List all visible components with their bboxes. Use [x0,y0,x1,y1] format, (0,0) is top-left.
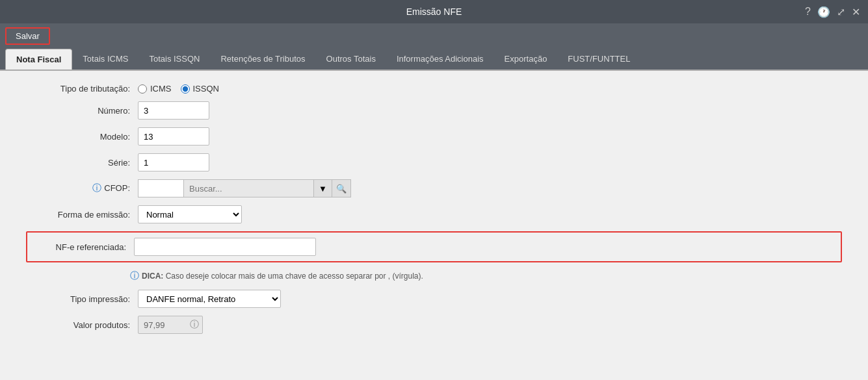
tab-totais-icms[interactable]: Totais ICMS [72,49,138,70]
numero-label: Número: [26,106,130,116]
tipo-impressao-row: Tipo impressão: DANFE normal, Retrato DA… [26,290,842,308]
maximize-icon[interactable]: ⤢ [837,6,845,18]
toolbar: Salvar [0,23,868,49]
tipo-tributacao-label: Tipo de tributação: [26,84,130,94]
radio-icms-label[interactable]: ICMS [138,84,172,94]
cfop-label-text: CFOP: [104,183,130,193]
radio-issqn-label[interactable]: ISSQN [181,84,219,94]
tab-nota-fiscal[interactable]: Nota Fiscal [5,49,72,70]
nfe-referenciada-input[interactable] [134,238,316,256]
close-icon[interactable]: ✕ [852,6,860,18]
help-icon[interactable]: ? [805,6,811,18]
tipo-impressao-select[interactable]: DANFE normal, Retrato DANFE normal, Pais… [138,290,281,308]
tab-totais-issqn[interactable]: Totais ISSQN [138,49,210,70]
main-window: Emissão NFE ? 🕐 ⤢ ✕ Salvar Nota Fiscal T… [0,0,868,380]
cfop-search-input[interactable] [183,179,313,197]
modelo-label: Modelo: [26,132,130,142]
numero-input[interactable] [138,101,209,120]
titlebar: Emissão NFE ? 🕐 ⤢ ✕ [0,0,868,23]
nfe-referenciada-label: NF-e referenciada: [35,242,126,252]
tab-exportacao[interactable]: Exportação [494,49,558,70]
tab-outros-totais[interactable]: Outros Totais [316,49,386,70]
radio-icms-text: ICMS [150,84,172,94]
radio-icms[interactable] [138,84,147,94]
modelo-row: Modelo: [26,127,842,146]
chevron-down-icon: ▼ [319,184,327,194]
forma-emissao-label: Forma de emissão: [26,210,130,220]
cfop-label: ⓘCFOP: [26,183,130,194]
history-icon[interactable]: 🕐 [817,6,830,18]
valor-produtos-icon[interactable]: ⓘ [190,319,199,331]
save-button[interactable]: Salvar [5,27,50,45]
modelo-input[interactable] [138,127,209,146]
serie-label: Série: [26,158,130,168]
radio-issqn[interactable] [181,84,190,94]
dica-row: ⓘ DICA: Caso deseje colocar mais de uma … [26,270,842,282]
cfop-info-icon[interactable]: ⓘ [92,183,101,193]
cfop-row: ⓘCFOP: ▼ 🔍 [26,179,842,197]
dica-text: DICA: Caso deseje colocar mais de uma ch… [142,272,423,281]
nfe-referenciada-row: NF-e referenciada: [26,231,842,262]
search-icon: 🔍 [336,184,347,194]
dica-keyword: DICA: [142,272,163,281]
forma-emissao-select[interactable]: Normal Contingência Outros [138,205,242,223]
valor-produtos-row: Valor produtos: ⓘ [26,316,842,334]
tipo-impressao-label: Tipo impressão: [26,294,130,304]
dica-info-icon: ⓘ [130,270,139,282]
tab-retencoes[interactable]: Retenções de Tributos [210,49,315,70]
cfop-code-input[interactable] [138,179,183,197]
radio-issqn-text: ISSQN [193,84,219,94]
valor-produtos-wrap: ⓘ [138,316,203,334]
tab-informacoes[interactable]: Informações Adicionais [386,49,494,70]
serie-row: Série: [26,153,842,171]
valor-produtos-label: Valor produtos: [26,320,130,330]
tipo-tributacao-group: ICMS ISSQN [138,84,219,94]
form-content: Tipo de tributação: ICMS ISSQN Número: M… [0,71,868,380]
cfop-dropdown-button[interactable]: ▼ [313,179,332,197]
tipo-tributacao-row: Tipo de tributação: ICMS ISSQN [26,84,842,94]
tab-bar: Nota Fiscal Totais ICMS Totais ISSQN Ret… [0,49,868,71]
window-title: Emissão NFE [406,6,462,17]
tab-fust[interactable]: FUST/FUNTTEL [557,49,640,70]
forma-emissao-row: Forma de emissão: Normal Contingência Ou… [26,205,842,223]
titlebar-controls: ? 🕐 ⤢ ✕ [805,6,860,18]
cfop-container: ▼ 🔍 [138,179,351,197]
cfop-search-button[interactable]: 🔍 [332,179,351,197]
numero-row: Número: [26,101,842,120]
serie-input[interactable] [138,153,209,171]
dica-description: Caso deseje colocar mais de uma chave de… [166,272,423,281]
